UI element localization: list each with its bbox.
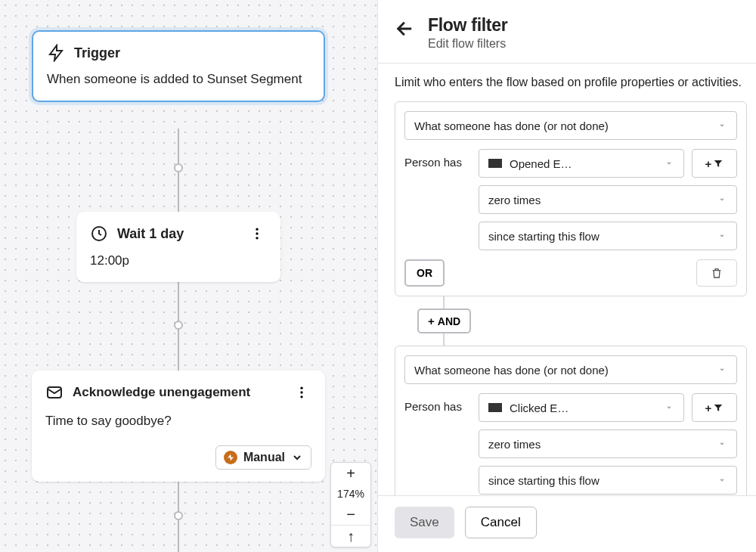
manual-badge-icon (224, 451, 237, 464)
flow-canvas[interactable]: Trigger When someone is added to Sunset … (0, 0, 378, 552)
action-node[interactable]: Acknowledge unengagement Time to say goo… (32, 371, 325, 482)
panel-description: Limit who enters the flow based on profi… (395, 76, 747, 89)
delete-group-button[interactable] (696, 259, 737, 287)
action-subject: Time to say goodbye? (45, 413, 311, 430)
metric-label: Clicked E… (510, 402, 569, 414)
save-button[interactable]: Save (395, 507, 454, 538)
chevron-down-icon (664, 402, 674, 413)
metric-brand-icon (488, 159, 502, 168)
connector-dot (174, 511, 183, 520)
person-has-label: Person has (404, 393, 469, 413)
person-has-label: Person has (404, 149, 469, 169)
svg-point-7 (300, 395, 302, 398)
trash-icon (711, 267, 723, 279)
zoom-out-button[interactable]: − (331, 504, 370, 525)
chevron-down-icon (717, 364, 727, 375)
filter-group-1: What someone has done (or not done) Pers… (395, 101, 747, 296)
count-select[interactable]: zero times (479, 430, 737, 458)
bolt-icon (47, 44, 65, 62)
timeframe-label: since starting this flow (488, 474, 600, 487)
metric-select[interactable]: Clicked E… (479, 393, 684, 422)
action-more-button[interactable] (292, 383, 311, 402)
metric-brand-icon (488, 403, 502, 412)
svg-point-3 (256, 237, 258, 239)
count-label: zero times (488, 438, 541, 451)
action-title: Acknowledge unengagement (73, 385, 250, 400)
filter-group-2: What someone has done (or not done) Pers… (395, 346, 747, 495)
metric-label: Opened E… (510, 157, 572, 170)
filter-type-label: What someone has done (or not done) (414, 119, 609, 132)
filter-type-label: What someone has done (or not done) (414, 364, 609, 377)
more-vertical-icon (294, 385, 309, 400)
cancel-button[interactable]: Cancel (465, 507, 537, 538)
or-button[interactable]: OR (404, 259, 445, 287)
chevron-down-icon (717, 120, 727, 131)
chevron-down-icon (717, 194, 727, 205)
more-vertical-icon (249, 226, 265, 241)
zoom-in-button[interactable]: + (331, 463, 370, 484)
timeframe-label: since starting this flow (488, 230, 600, 243)
panel-subtitle: Edit flow filters (428, 37, 507, 51)
and-line (443, 296, 445, 309)
wait-more-button[interactable] (247, 224, 267, 243)
metric-select[interactable]: Opened E… (479, 149, 684, 178)
connector-dot (174, 163, 183, 172)
zoom-reset-button[interactable]: ↑ (331, 525, 370, 547)
chevron-down-icon (717, 231, 727, 241)
connector-dot (174, 321, 183, 330)
zoom-controls: + 174% − ↑ (330, 462, 371, 547)
filter-icon (713, 158, 723, 169)
action-status-label: Manual (243, 451, 285, 464)
add-dimension-filter-button[interactable]: + (692, 393, 737, 422)
timeframe-select[interactable]: since starting this flow (479, 466, 737, 495)
back-button[interactable] (395, 18, 416, 39)
flow-filter-panel: Flow filter Edit flow filters Limit who … (378, 0, 756, 552)
svg-point-1 (256, 228, 258, 231)
clock-icon (90, 225, 108, 243)
filter-type-select[interactable]: What someone has done (or not done) (404, 355, 737, 384)
filter-type-select[interactable]: What someone has done (or not done) (404, 111, 737, 140)
count-label: zero times (488, 194, 541, 206)
chevron-down-icon (717, 475, 727, 485)
count-select[interactable]: zero times (479, 185, 737, 214)
trigger-node[interactable]: Trigger When someone is added to Sunset … (32, 30, 325, 102)
wait-node[interactable]: Wait 1 day 12:00p (76, 212, 280, 282)
panel-title: Flow filter (428, 15, 507, 36)
timeframe-select[interactable]: since starting this flow (479, 222, 737, 250)
mail-icon (45, 383, 64, 402)
chevron-down-icon (664, 158, 674, 169)
zoom-level: 174% (331, 484, 370, 504)
add-dimension-filter-button[interactable]: + (692, 149, 737, 178)
svg-point-5 (300, 387, 302, 389)
wait-time: 12:00p (90, 253, 267, 270)
svg-point-2 (256, 232, 258, 234)
action-status-dropdown[interactable]: Manual (215, 445, 311, 470)
and-button[interactable]: +AND (417, 309, 471, 333)
trigger-title: Trigger (74, 45, 120, 61)
chevron-down-icon (291, 451, 303, 464)
chevron-down-icon (717, 439, 727, 449)
filter-icon (713, 402, 723, 413)
trigger-description: When someone is added to Sunset Segment (47, 71, 310, 88)
and-line (443, 333, 445, 346)
wait-title: Wait 1 day (117, 226, 184, 242)
svg-point-6 (300, 391, 302, 393)
